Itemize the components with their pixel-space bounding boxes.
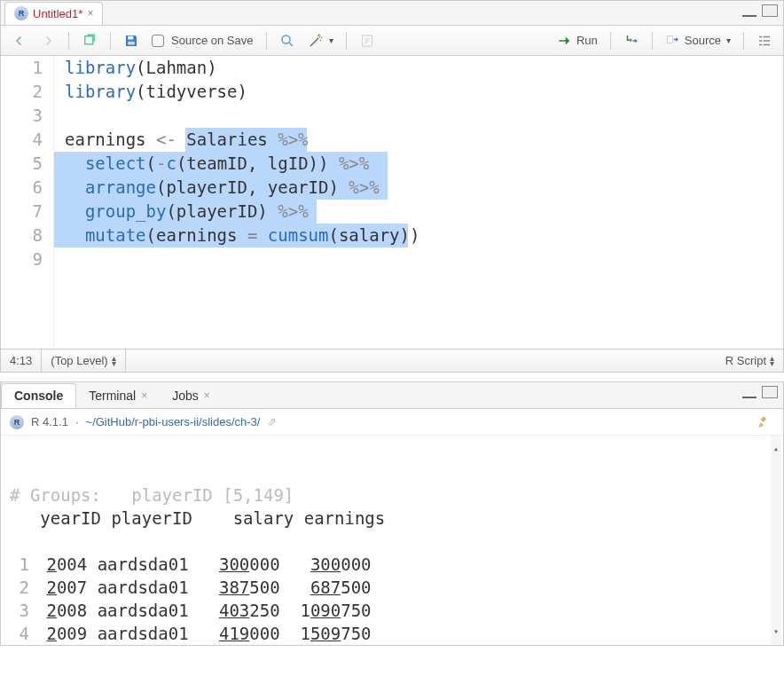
source-btn-label: Source [685, 34, 721, 47]
code-line[interactable] [65, 104, 783, 128]
svg-rect-0 [85, 35, 93, 43]
editor-statusbar: 4:13 (Top Level) ▴▾ R Script ▴▾ [1, 349, 783, 372]
scrollbar[interactable]: ▴ ▾ [771, 436, 781, 645]
wd-popout-icon[interactable]: ⇗ [267, 415, 277, 428]
tab-console[interactable]: Console [1, 383, 76, 408]
editor-tab[interactable]: Untitled1* × [4, 2, 103, 25]
source-button[interactable]: Source ▾ [662, 31, 734, 51]
r-file-icon [14, 6, 28, 20]
scroll-down-icon[interactable]: ▾ [771, 620, 781, 643]
tab-title: Untitled1* [33, 7, 82, 20]
clear-console-icon[interactable] [757, 414, 772, 433]
svg-point-3 [282, 35, 290, 43]
table-row: 4 2009 aardsda01 419000 1509750 [10, 622, 774, 645]
r-logo-icon [10, 415, 24, 429]
compile-report-button[interactable] [356, 31, 379, 51]
code-tools-button[interactable]: ▾ [304, 31, 337, 51]
code-editor[interactable]: 123456789 library(Lahman)library(tidyver… [1, 56, 783, 349]
checkbox-icon [152, 35, 164, 47]
table-row: 1 2004 aardsda01 300000 300000 [10, 553, 774, 576]
language-mode[interactable]: R Script ▴▾ [717, 350, 783, 372]
nav-forward-button[interactable] [36, 31, 59, 51]
find-button[interactable] [276, 31, 299, 51]
run-label: Run [576, 34, 598, 47]
code-line[interactable]: library(Lahman) [65, 56, 783, 80]
source-on-save-toggle[interactable]: Source on Save [148, 32, 257, 49]
line-number-gutter: 123456789 [1, 56, 54, 349]
run-button[interactable]: Run [553, 31, 601, 51]
show-in-new-window-button[interactable] [78, 31, 101, 51]
source-pane: Untitled1* × Source on Save [0, 0, 784, 373]
console-pane: Console Terminal × Jobs × R 4.1.1 · ~/Gi… [0, 381, 784, 646]
editor-tabbar: Untitled1* × [1, 1, 783, 26]
scope-selector[interactable]: (Top Level) ▴▾ [42, 350, 125, 372]
close-icon[interactable]: × [141, 389, 147, 402]
pane-window-controls [742, 4, 778, 17]
save-button[interactable] [120, 31, 143, 51]
code-line[interactable]: earnings <- Salaries %>% [65, 128, 783, 152]
pane-window-controls [742, 386, 778, 398]
working-directory-link[interactable]: ~/GitHub/r-pbi-users-ii/slides/ch-3/ [86, 415, 261, 428]
code-area[interactable]: library(Lahman)library(tidyverse) earnin… [54, 56, 783, 349]
tab-terminal[interactable]: Terminal × [76, 384, 160, 407]
source-on-save-label: Source on Save [171, 34, 254, 47]
cursor-position: 4:13 [1, 350, 42, 372]
svg-point-4 [319, 39, 321, 41]
close-icon[interactable]: × [204, 389, 210, 402]
nav-back-button[interactable] [8, 31, 31, 51]
maximize-pane-icon[interactable] [762, 386, 778, 398]
table-row: 2 2007 aardsda01 387500 687500 [10, 576, 774, 599]
code-line[interactable]: library(tidyverse) [65, 80, 783, 104]
svg-point-5 [321, 36, 323, 38]
chevron-down-icon: ▾ [726, 35, 731, 45]
minimize-pane-icon[interactable] [742, 395, 757, 398]
svg-rect-2 [128, 41, 135, 44]
table-row: 3 2008 aardsda01 403250 1090750 [10, 599, 774, 622]
svg-rect-8 [667, 35, 672, 43]
close-icon[interactable]: × [87, 7, 93, 20]
code-line[interactable]: arrange(playerID, yearID) %>% [65, 176, 783, 200]
maximize-pane-icon[interactable] [762, 4, 778, 17]
rerun-button[interactable] [620, 31, 643, 51]
r-version: R 4.1.1 [31, 415, 68, 428]
editor-toolbar: Source on Save ▾ Run Source ▾ [1, 26, 783, 56]
minimize-pane-icon[interactable] [742, 13, 757, 17]
code-line[interactable]: select(-c(teamID, lgID)) %>% [65, 152, 783, 176]
updown-icon: ▴▾ [770, 356, 774, 366]
console-output[interactable]: # Groups: playerID [5,149] yearID player… [1, 436, 783, 645]
chevron-down-icon: ▾ [329, 35, 333, 45]
outline-button[interactable] [753, 31, 776, 51]
tab-jobs[interactable]: Jobs × [160, 384, 223, 407]
svg-point-6 [318, 34, 320, 35]
code-line[interactable] [65, 248, 783, 271]
code-line[interactable]: mutate(earnings = cumsum(salary)) [65, 224, 783, 248]
svg-rect-1 [128, 35, 133, 39]
updown-icon: ▴▾ [112, 356, 116, 366]
code-line[interactable]: group_by(playerID) %>% [65, 200, 783, 224]
console-tabbar: Console Terminal × Jobs × [1, 382, 783, 409]
console-info-bar: R 4.1.1 · ~/GitHub/r-pbi-users-ii/slides… [1, 409, 783, 436]
scroll-up-icon[interactable]: ▴ [771, 437, 781, 460]
